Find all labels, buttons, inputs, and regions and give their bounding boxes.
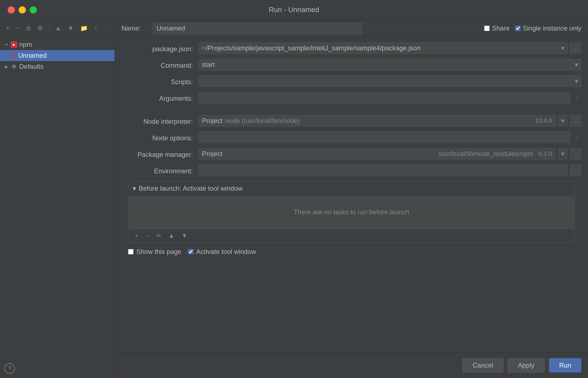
share-label: Share (492, 24, 509, 32)
package-json-input-wrap: ▾ (198, 42, 568, 54)
package-json-control: ▾ … (198, 42, 581, 54)
folder-button[interactable]: 📁 (79, 24, 89, 33)
pkg-project-label: Project (202, 150, 223, 158)
single-instance-label: Single instance only (523, 24, 581, 32)
show-page-checkbox[interactable] (128, 249, 134, 254)
environment-input-wrap (198, 165, 568, 176)
window-controls (8, 6, 37, 13)
sidebar-tree: ▾ ▶ npm Unnamed ▶ ⚙ Defaults (0, 37, 115, 359)
before-launch-section: ▾ Before launch: Activate tool window Th… (128, 181, 575, 243)
single-instance-checkbox[interactable] (515, 26, 521, 31)
sidebar-item-unnamed[interactable]: Unnamed (0, 50, 115, 61)
maximize-button[interactable] (30, 6, 37, 13)
node-options-input[interactable] (198, 132, 570, 143)
pkg-manager-dropdown-btn[interactable]: ▾ (558, 148, 568, 160)
before-launch-arrow: ▾ (133, 185, 136, 192)
checkboxes-row: Show this page Activate tool window (121, 243, 581, 261)
help-button[interactable]: ? (4, 363, 15, 374)
arguments-input[interactable] (198, 92, 570, 103)
node-options-control: ⤢ (198, 132, 581, 143)
name-label: Name: (121, 24, 146, 32)
command-input-wrap: ▾ (198, 59, 581, 70)
environment-label: Environment: (121, 165, 198, 175)
activate-tool-pair[interactable]: Activate tool window (188, 248, 256, 256)
run-config-icon (10, 53, 16, 59)
interpreter-version-label: 10.4.0 (535, 117, 552, 124)
arguments-expand-btn[interactable]: ⤢ (573, 93, 581, 102)
node-options-label: Node options: (121, 132, 198, 142)
before-launch-up-btn[interactable]: ▲ (166, 231, 177, 240)
interpreter-dropdown-btn[interactable]: ▾ (558, 115, 568, 127)
defaults-expand-arrow: ▶ (4, 64, 9, 69)
interpreter-path-label: node (/usr/local/bin/node) (225, 117, 300, 125)
environment-row: Environment: … (121, 165, 581, 177)
minimize-button[interactable] (19, 6, 26, 13)
interpreter-ellipsis-btn[interactable]: … (570, 115, 581, 127)
scripts-input[interactable] (198, 75, 572, 87)
apply-button[interactable]: Apply (508, 358, 545, 372)
sort-button[interactable]: ↕ (93, 24, 99, 33)
package-manager-label: Package manager: (121, 148, 198, 158)
arguments-label: Arguments: (121, 92, 198, 102)
sidebar-item-npm[interactable]: ▾ ▶ npm (0, 39, 115, 50)
copy-config-button[interactable]: ⧉ (25, 24, 32, 33)
pkg-version-label: 6.1.0 (539, 150, 552, 157)
cancel-button[interactable]: Cancel (462, 358, 503, 372)
move-up-button[interactable]: ▲ (54, 24, 63, 33)
run-button[interactable]: Run (549, 358, 581, 372)
before-launch-down-btn[interactable]: ▼ (179, 231, 190, 240)
show-page-label: Show this page (136, 248, 181, 256)
content-area: Name: Share Single instance only package… (115, 20, 588, 378)
show-page-pair[interactable]: Show this page (128, 248, 181, 256)
command-dropdown-btn[interactable]: ▾ (572, 59, 581, 70)
package-json-dropdown-btn[interactable]: ▾ (558, 42, 568, 54)
scripts-dropdown-btn[interactable]: ▾ (572, 75, 581, 87)
name-input[interactable] (153, 23, 362, 34)
npm-label: npm (19, 41, 32, 48)
share-checkbox[interactable] (484, 26, 490, 31)
header-right: Share Single instance only (484, 24, 581, 32)
before-launch-edit-btn[interactable]: ✏ (154, 231, 163, 240)
window-title: Run - Unnamed (269, 6, 319, 14)
pkg-path-label: /usr/local/lib/node_modules/npm (439, 150, 533, 158)
remove-config-button[interactable]: − (15, 24, 21, 33)
command-control: ▾ (198, 59, 581, 70)
sidebar-item-defaults[interactable]: ▶ ⚙ Defaults (0, 61, 115, 72)
svg-marker-0 (12, 54, 14, 57)
sidebar-help: ? (0, 359, 115, 378)
package-manager-control: Project /usr/local/lib/node_modules/npm … (198, 148, 581, 160)
command-label: Command: (121, 59, 198, 69)
unnamed-label: Unnamed (18, 52, 47, 59)
pkg-manager-ellipsis-btn[interactable]: … (570, 148, 581, 160)
content-header: Name: Share Single instance only (115, 20, 588, 37)
command-row: Command: ▾ (121, 59, 581, 71)
single-instance-area: Single instance only (515, 24, 581, 32)
before-launch-add-btn[interactable]: + (133, 231, 141, 240)
interpreter-project-label: Project (202, 117, 223, 125)
pkg-manager-wrap: Project /usr/local/lib/node_modules/npm … (198, 148, 556, 160)
add-config-button[interactable]: + (4, 24, 11, 33)
arguments-row: Arguments: ⤢ (121, 92, 581, 104)
package-json-input[interactable] (198, 42, 558, 54)
scripts-control: ▾ (198, 75, 581, 87)
before-launch-header[interactable]: ▾ Before launch: Activate tool window (128, 181, 575, 196)
form-area: package.json: ▾ … Command: ▾ (115, 37, 588, 352)
before-launch-remove-btn[interactable]: − (143, 231, 151, 240)
node-options-row: Node options: ⤢ (121, 132, 581, 144)
command-input[interactable] (198, 59, 572, 70)
share-area: Share (484, 24, 509, 32)
scripts-row: Scripts: ▾ (121, 75, 581, 87)
scripts-label: Scripts: (121, 75, 198, 86)
npm-expand-arrow: ▾ (4, 42, 9, 47)
node-options-expand-btn[interactable]: ⤢ (573, 133, 581, 142)
close-button[interactable] (8, 6, 15, 13)
activate-tool-checkbox[interactable] (188, 249, 193, 254)
node-interpreter-label: Node interpreter: (121, 115, 198, 125)
environment-ellipsis-btn[interactable]: … (570, 165, 581, 176)
package-json-ellipsis-btn[interactable]: … (570, 42, 581, 54)
edit-config-button[interactable]: ⚙ (36, 24, 45, 33)
toolbar-divider (49, 25, 49, 32)
move-down-button[interactable]: ▼ (66, 24, 76, 33)
main-layout: + − ⧉ ⚙ ▲ ▼ 📁 ↕ ▾ ▶ npm Unnamed (0, 20, 588, 378)
sidebar: + − ⧉ ⚙ ▲ ▼ 📁 ↕ ▾ ▶ npm Unnamed (0, 20, 115, 378)
